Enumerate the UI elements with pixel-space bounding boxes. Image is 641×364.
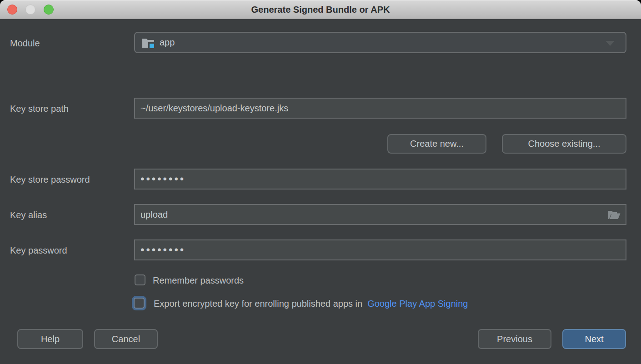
next-button[interactable]: Next [562, 329, 626, 349]
chevron-down-icon [606, 41, 615, 46]
cancel-button[interactable]: Cancel [94, 329, 158, 349]
key-store-password-input[interactable] [134, 169, 626, 189]
previous-button[interactable]: Previous [478, 329, 551, 349]
open-folder-browse-icon[interactable] [607, 209, 621, 222]
help-button[interactable]: Help [17, 329, 83, 349]
key-alias-label: Key alias [10, 209, 47, 221]
export-key-row: Export encrypted key for enrolling publi… [154, 298, 468, 309]
window-title: Generate Signed Bundle or APK [0, 0, 641, 19]
key-alias-field [134, 204, 626, 225]
remember-passwords-label[interactable]: Remember passwords [153, 274, 244, 286]
module-value: app [160, 37, 175, 48]
key-store-path-input[interactable] [134, 98, 626, 119]
titlebar: Generate Signed Bundle or APK [0, 0, 641, 19]
android-module-folder-icon [141, 37, 155, 49]
module-label: Module [10, 37, 40, 49]
remember-passwords-checkbox[interactable] [135, 274, 145, 285]
key-password-input[interactable] [134, 239, 626, 260]
generate-signed-bundle-dialog: Generate Signed Bundle or APK Module app… [0, 0, 641, 364]
key-store-path-label: Key store path [10, 103, 69, 115]
key-alias-input[interactable] [134, 204, 626, 225]
export-key-checkbox[interactable] [134, 298, 145, 309]
key-password-label: Key password [10, 244, 67, 256]
google-play-app-signing-link[interactable]: Google Play App Signing [367, 298, 468, 309]
export-key-label[interactable]: Export encrypted key for enrolling publi… [154, 298, 362, 309]
module-select[interactable]: app [134, 32, 626, 53]
key-store-password-label: Key store password [10, 174, 90, 185]
create-new-button[interactable]: Create new... [387, 134, 486, 154]
choose-existing-button[interactable]: Choose existing... [502, 134, 626, 154]
